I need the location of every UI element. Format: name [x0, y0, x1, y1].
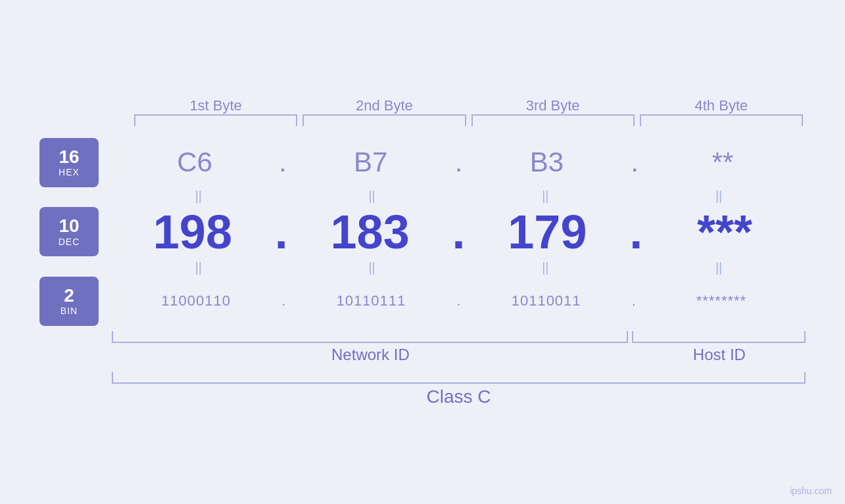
dec-val-4: ***	[644, 205, 806, 259]
dec-badge-number: 10	[59, 216, 79, 237]
main-container: 1st Byte 2nd Byte 3rd Byte 4th Byte 16 H…	[0, 0, 845, 504]
bin-values: 11000110 . 10110111 . 10110011 . *******…	[112, 292, 806, 309]
host-id-label: Host ID	[633, 346, 806, 364]
class-label-row: Class C	[39, 386, 806, 407]
bin-badge-label: BIN	[60, 306, 78, 316]
byte-header-1: 1st Byte	[132, 97, 300, 114]
hex-row: 16 HEX C6 . B7 . B3 . **	[39, 138, 806, 187]
hex-dot-3: .	[629, 147, 640, 178]
eq2-2: ||	[285, 260, 459, 275]
hex-values: C6 . B7 . B3 . **	[112, 147, 806, 178]
bin-val-4: ********	[637, 292, 806, 309]
bracket-2	[302, 114, 466, 126]
bin-row: 2 BIN 11000110 . 10110111 . 10110011 . *…	[39, 277, 806, 326]
byte-header-4: 4th Byte	[637, 97, 806, 114]
eq1-2: ||	[285, 189, 459, 204]
class-bracket	[112, 372, 806, 384]
id-brackets	[39, 331, 806, 343]
byte-headers: 1st Byte 2nd Byte 3rd Byte 4th Byte	[39, 97, 806, 114]
eq1-3: ||	[459, 189, 633, 204]
dec-badge: 10 DEC	[39, 207, 99, 256]
bin-dot-1: .	[280, 292, 287, 309]
bin-badge: 2 BIN	[39, 277, 99, 326]
host-bracket	[632, 331, 806, 343]
bracket-1	[134, 114, 297, 126]
bin-val-3: 10110011	[462, 292, 631, 309]
dec-dot-2: .	[450, 205, 466, 259]
hex-val-2: B7	[288, 147, 454, 178]
equals-row-1: || || || ||	[39, 189, 806, 204]
bin-dot-3: .	[631, 292, 637, 309]
eq1-1: ||	[112, 189, 285, 204]
dec-row: 10 DEC 198 . 183 . 179 . ***	[39, 205, 806, 259]
bin-badge-number: 2	[64, 286, 74, 306]
equals-row-2: || || || ||	[39, 260, 806, 275]
hex-val-3: B3	[464, 147, 629, 178]
eq1-4: ||	[632, 189, 806, 204]
bin-val-2: 10110111	[287, 292, 455, 309]
bin-dot-2: .	[455, 292, 462, 309]
bracket-3	[471, 114, 635, 126]
watermark: ipshu.com	[790, 486, 832, 496]
dec-dot-1: .	[274, 205, 289, 259]
eq2-1: ||	[112, 260, 285, 275]
network-id-label: Network ID	[112, 346, 629, 364]
eq2-4: ||	[632, 260, 806, 275]
hex-badge: 16 HEX	[39, 138, 99, 187]
byte-header-2: 2nd Byte	[300, 97, 468, 114]
bracket-4	[640, 114, 803, 126]
byte-header-3: 3rd Byte	[469, 97, 637, 114]
hex-dot-2: .	[454, 147, 464, 178]
hex-badge-number: 16	[59, 147, 79, 168]
network-bracket	[112, 331, 628, 343]
dec-badge-label: DEC	[59, 237, 80, 247]
class-bracket-row	[39, 372, 806, 384]
dec-dot-3: .	[628, 205, 644, 259]
id-labels: Network ID Host ID	[39, 346, 806, 364]
dec-val-2: 183	[289, 205, 451, 259]
bin-val-1: 11000110	[112, 292, 280, 309]
top-brackets	[39, 114, 806, 126]
dec-values: 198 . 183 . 179 . ***	[112, 205, 806, 259]
hex-val-4: **	[640, 147, 806, 178]
hex-val-1: C6	[112, 147, 278, 178]
class-c-label: Class C	[112, 386, 806, 407]
eq2-3: ||	[459, 260, 633, 275]
dec-val-3: 179	[467, 205, 629, 259]
hex-badge-label: HEX	[59, 167, 80, 177]
hex-dot-1: .	[278, 147, 288, 178]
dec-val-1: 198	[112, 205, 274, 259]
